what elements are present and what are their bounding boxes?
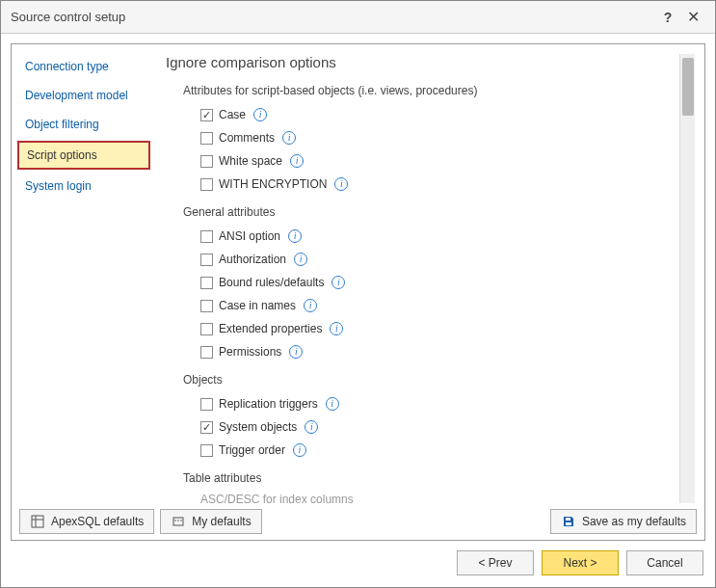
option-label: Replication triggers	[219, 397, 318, 411]
option-checkbox[interactable]	[200, 444, 213, 457]
option-row: Bound rules/defaultsi	[200, 273, 668, 292]
section-title: General attributes	[183, 205, 668, 219]
option-label: WITH ENCRYPTION	[219, 177, 327, 191]
info-icon[interactable]: i	[253, 108, 267, 121]
svg-point-5	[177, 520, 179, 521]
button-label: Save as my defaults	[582, 515, 686, 528]
close-button[interactable]: ✕	[680, 5, 705, 30]
option-checkbox[interactable]	[200, 346, 213, 359]
button-label: Cancel	[647, 556, 682, 570]
option-checkbox[interactable]: ✓	[200, 421, 213, 434]
help-button[interactable]: ?	[655, 5, 680, 30]
button-label: My defaults	[192, 515, 251, 528]
dialog-window: Source control setup ? ✕ Connection type…	[0, 0, 716, 588]
main-panel: Ignore comparison options Attributes for…	[156, 44, 704, 503]
option-label: Case in names	[219, 299, 296, 312]
sidebar-item-label: Connection type	[25, 60, 109, 73]
svg-rect-7	[566, 518, 570, 521]
button-label: ApexSQL defaults	[51, 515, 144, 528]
option-label: System objects	[219, 420, 297, 434]
option-row: Extended propertiesi	[200, 319, 668, 338]
sidebar-item-label: Object filtering	[25, 118, 99, 131]
info-icon[interactable]: i	[326, 397, 339, 411]
close-icon: ✕	[687, 8, 700, 26]
titlebar: Source control setup ? ✕	[1, 1, 715, 34]
option-label: White space	[219, 154, 282, 168]
option-row: Permissionsi	[200, 342, 668, 361]
option-checkbox[interactable]	[200, 323, 213, 335]
option-label: Case	[219, 108, 246, 121]
option-checkbox[interactable]	[200, 300, 213, 312]
sidebar-item-script-options[interactable]: Script options	[17, 141, 150, 170]
save-as-my-defaults-button[interactable]: Save as my defaults	[550, 509, 697, 534]
option-row: Authorizationi	[200, 250, 668, 269]
sidebar-item-connection-type[interactable]: Connection type	[17, 54, 150, 79]
option-label: Bound rules/defaults	[219, 276, 324, 289]
save-icon	[561, 514, 576, 529]
option-row: Replication triggersi	[200, 394, 668, 414]
wizard-footer: < Prev Next > Cancel	[11, 541, 705, 577]
option-label: Comments	[219, 131, 275, 145]
scrollbar-thumb[interactable]	[682, 58, 694, 116]
section-title: Attributes for script-based objects (i.e…	[183, 84, 668, 97]
option-checkbox[interactable]	[200, 398, 213, 411]
defaults-toolbar: ApexSQL defaults My defaults Save as my …	[12, 503, 704, 540]
page-title: Ignore comparison options	[166, 54, 668, 70]
section-title: Table attributes	[183, 471, 668, 485]
info-icon[interactable]: i	[290, 154, 304, 168]
option-label: Extended properties	[219, 322, 322, 335]
option-row: ✓Casei	[200, 105, 668, 124]
cancel-button[interactable]: Cancel	[626, 550, 703, 575]
info-icon[interactable]: i	[282, 131, 296, 145]
sidebar-item-system-login[interactable]: System login	[17, 174, 150, 199]
info-icon[interactable]: i	[288, 229, 302, 243]
option-label: ANSI option	[219, 229, 280, 243]
info-icon[interactable]: i	[331, 276, 345, 289]
grid-reset-icon	[30, 514, 45, 529]
svg-rect-3	[173, 518, 183, 525]
info-icon[interactable]: i	[289, 345, 303, 359]
info-icon[interactable]: i	[334, 177, 348, 191]
info-icon[interactable]: i	[304, 299, 317, 312]
sidebar-item-development-model[interactable]: Development model	[17, 83, 150, 108]
dialog-body: Connection type Development model Object…	[1, 34, 715, 587]
window-title: Source control setup	[11, 10, 655, 24]
option-checkbox[interactable]	[200, 155, 213, 168]
svg-rect-8	[566, 522, 571, 525]
svg-rect-0	[32, 516, 43, 527]
option-row: WITH ENCRYPTIONi	[200, 174, 668, 194]
info-icon[interactable]: i	[294, 253, 307, 266]
option-row: Commentsi	[200, 128, 668, 147]
apexsql-defaults-button[interactable]: ApexSQL defaults	[19, 509, 154, 534]
prev-button[interactable]: < Prev	[457, 550, 534, 575]
option-label: Permissions	[219, 345, 281, 359]
options-scroll-area: Ignore comparison options Attributes for…	[166, 54, 679, 503]
option-row: White spacei	[200, 151, 668, 171]
sidebar-item-label: Development model	[25, 89, 128, 102]
section-title: Objects	[183, 373, 668, 387]
next-button[interactable]: Next >	[542, 550, 619, 575]
option-checkbox[interactable]: ✓	[200, 109, 213, 121]
option-row: ANSI optioni	[200, 227, 668, 246]
info-icon[interactable]: i	[305, 420, 318, 434]
option-row: Trigger orderi	[200, 441, 668, 460]
svg-point-6	[180, 520, 182, 521]
svg-point-4	[174, 520, 176, 521]
button-label: Next >	[563, 556, 597, 570]
sidebar-item-label: System login	[25, 179, 92, 193]
option-checkbox[interactable]	[200, 178, 213, 191]
my-defaults-button[interactable]: My defaults	[160, 509, 261, 534]
vertical-scrollbar[interactable]	[679, 54, 695, 503]
option-checkbox[interactable]	[200, 132, 213, 145]
option-checkbox[interactable]	[200, 254, 213, 266]
user-defaults-icon	[171, 514, 186, 529]
option-checkbox[interactable]	[200, 277, 213, 289]
option-row: ✓System objectsi	[200, 417, 668, 437]
info-icon[interactable]: i	[330, 322, 343, 335]
info-icon[interactable]: i	[293, 443, 306, 457]
sidebar: Connection type Development model Object…	[12, 44, 156, 503]
cutoff-option: ASC/DESC for index columns	[200, 493, 668, 503]
sidebar-item-object-filtering[interactable]: Object filtering	[17, 112, 150, 137]
option-checkbox[interactable]	[200, 230, 213, 243]
option-label: Authorization	[219, 253, 286, 266]
